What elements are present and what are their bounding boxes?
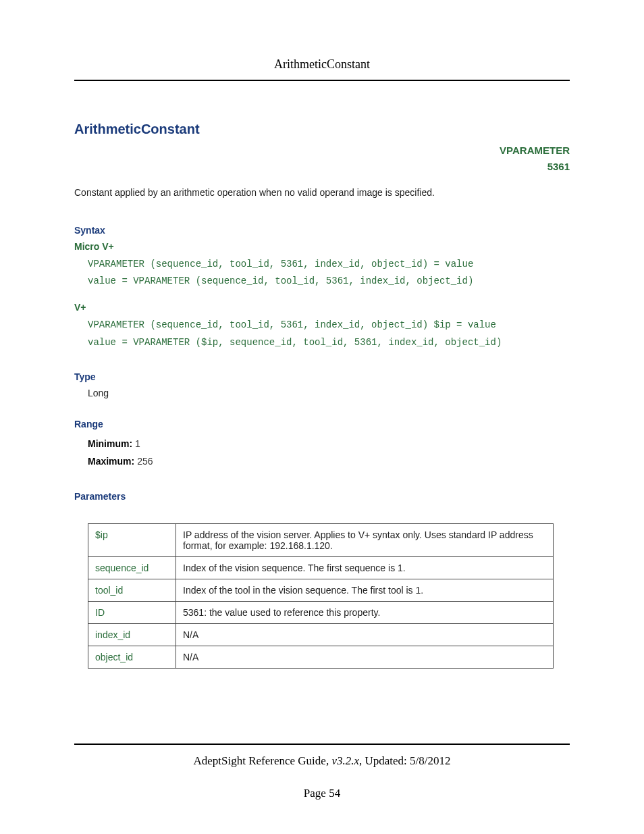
table-row: tool_id Index of the tool in the vision … <box>88 579 554 601</box>
parameters-table: $ip IP address of the vision server. App… <box>88 523 554 669</box>
param-desc: Index of the vision sequence. The first … <box>176 556 554 579</box>
code-line: value = VPARAMETER ($ip, sequence_id, to… <box>88 337 502 348</box>
page-title: ArithmeticConstant <box>74 122 570 137</box>
table-row: ID 5361: the value used to reference thi… <box>88 601 554 623</box>
param-name: sequence_id <box>88 556 176 579</box>
type-value: Long <box>88 388 570 398</box>
type-heading: Type <box>74 371 570 382</box>
param-desc: IP address of the vision server. Applies… <box>176 523 554 556</box>
max-label: Maximum: <box>88 456 134 467</box>
vparameter-badge: VPARAMETER 5361 <box>74 142 570 175</box>
footer-guide: AdeptSight Reference Guide <box>194 754 326 767</box>
table-row: object_id N/A <box>88 646 554 668</box>
footer-version: , v3.2.x <box>326 754 359 767</box>
header-rule <box>74 80 570 81</box>
param-name: index_id <box>88 623 176 646</box>
vplus-code: VPARAMETER (sequence_id, tool_id, 5361, … <box>88 317 570 350</box>
range-heading: Range <box>74 419 570 429</box>
param-name: tool_id <box>88 579 176 601</box>
param-name: object_id <box>88 646 176 668</box>
parameters-heading: Parameters <box>74 491 570 502</box>
code-line: value = VPARAMETER (sequence_id, tool_id… <box>88 276 473 286</box>
footer-text: AdeptSight Reference Guide, v3.2.x, Upda… <box>74 754 570 768</box>
footer-rule <box>74 744 570 745</box>
param-name: $ip <box>88 523 176 556</box>
param-desc: N/A <box>176 646 554 668</box>
vplus-label: V+ <box>74 302 570 313</box>
min-label: Minimum: <box>88 438 132 449</box>
param-desc: Index of the tool in the vision sequence… <box>176 579 554 601</box>
max-value: 256 <box>137 456 153 467</box>
page-footer: AdeptSight Reference Guide, v3.2.x, Upda… <box>74 744 570 800</box>
table-row: index_id N/A <box>88 623 554 646</box>
table-row: $ip IP address of the vision server. App… <box>88 523 554 556</box>
code-line: VPARAMETER (sequence_id, tool_id, 5361, … <box>88 319 496 330</box>
param-desc: N/A <box>176 623 554 646</box>
range-min: Minimum: 1 <box>88 435 570 453</box>
vparameter-label: VPARAMETER <box>74 142 570 159</box>
param-desc: 5361: the value used to reference this p… <box>176 601 554 623</box>
range-max: Maximum: 256 <box>88 452 570 471</box>
micro-vplus-label: Micro V+ <box>74 241 570 252</box>
syntax-heading: Syntax <box>74 225 570 236</box>
page-number: Page 54 <box>74 787 570 800</box>
micro-vplus-code: VPARAMETER (sequence_id, tool_id, 5361, … <box>88 256 570 290</box>
footer-updated: , Updated: 5/8/2012 <box>359 754 451 767</box>
vparameter-code: 5361 <box>74 159 570 175</box>
running-header: ArithmeticConstant <box>74 57 570 72</box>
code-line: VPARAMETER (sequence_id, tool_id, 5361, … <box>88 259 473 269</box>
range-block: Minimum: 1 Maximum: 256 <box>88 435 570 471</box>
summary-text: Constant applied by an arithmetic operat… <box>74 187 570 198</box>
param-name: ID <box>88 601 176 623</box>
min-value: 1 <box>135 438 140 449</box>
table-row: sequence_id Index of the vision sequence… <box>88 556 554 579</box>
